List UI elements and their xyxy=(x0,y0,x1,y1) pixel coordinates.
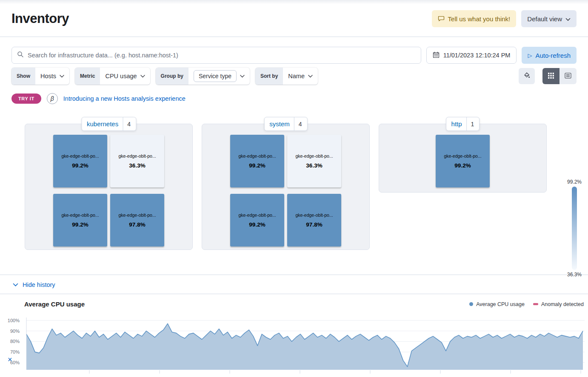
chip-divider xyxy=(123,117,123,130)
view-controls xyxy=(519,68,577,84)
table-view-button[interactable] xyxy=(559,68,577,84)
date-picker-button[interactable]: 11/01/2023 12:10:24 PM xyxy=(426,47,517,64)
waffle-map-area: kubernetes 4 gke-edge-oblt-po... 99.2% g… xyxy=(0,124,588,250)
view-selector-button[interactable]: Default view xyxy=(521,10,577,27)
history-bar: Hide history xyxy=(0,275,588,294)
host-metric-value: 36.3% xyxy=(129,162,145,169)
group-by-filter[interactable]: Group by Service type xyxy=(156,68,250,85)
group-chip-system[interactable]: system 4 xyxy=(264,117,307,131)
try-banner: TRY IT β Introducing a new Hosts analysi… xyxy=(11,93,577,105)
page-title: Inventory xyxy=(11,11,69,26)
host-tile[interactable]: gke-edge-oblt-po... 97.8% xyxy=(110,194,164,247)
host-name: gke-edge-oblt-po... xyxy=(444,153,481,159)
show-filter-label: Show xyxy=(11,68,35,85)
group-name: http xyxy=(451,120,462,128)
host-name: gke-edge-oblt-po... xyxy=(295,213,333,218)
sort-by-filter-value: Name xyxy=(288,73,305,79)
color-scale-legend: 99.2% 36.3% xyxy=(564,179,585,278)
host-metric-value: 99.2% xyxy=(249,221,265,228)
metric-filter-label: Metric xyxy=(75,68,100,85)
header-actions: Tell us what you think! Default view xyxy=(432,10,577,27)
history-chart-title: Average CPU usage xyxy=(24,300,85,308)
search-toolbar: 11/01/2023 12:10:24 PM ▷ Auto-refresh xyxy=(11,47,577,64)
group-name: kubernetes xyxy=(87,120,118,128)
chip-divider xyxy=(294,117,294,130)
play-icon: ▷ xyxy=(528,52,532,59)
grid-view-button[interactable] xyxy=(542,68,559,84)
host-name: gke-edge-oblt-po... xyxy=(61,153,99,159)
svg-text:80%: 80% xyxy=(10,339,20,344)
view-selector-label: Default view xyxy=(527,15,562,23)
color-fill-button[interactable] xyxy=(519,68,535,84)
page-header: Inventory Tell us what you think! Defaul… xyxy=(0,0,588,27)
legend-bar-icon xyxy=(533,303,538,305)
chart-legend: Average CPU usage Anomaly detected xyxy=(469,301,584,307)
hosts-analysis-link[interactable]: Introducing a new Hosts analysis experie… xyxy=(63,95,186,102)
legend-label: Anomaly detected xyxy=(541,301,584,307)
chip-divider xyxy=(466,117,467,130)
host-name: gke-edge-oblt-po... xyxy=(61,213,99,218)
sort-by-filter[interactable]: Sort by Name xyxy=(255,68,318,85)
group-panel: gke-edge-oblt-po... 99.2% gke-edge-oblt-… xyxy=(25,124,193,250)
history-chart: 100%90%80%70%60% × xyxy=(0,316,588,374)
groups-row: kubernetes 4 gke-edge-oblt-po... 99.2% g… xyxy=(25,124,588,250)
host-tile[interactable]: gke-edge-oblt-po... 99.2% xyxy=(436,135,490,187)
show-filter-value: Hosts xyxy=(40,73,56,79)
host-metric-value: 99.2% xyxy=(454,162,471,169)
host-name: gke-edge-oblt-po... xyxy=(118,213,156,218)
tile-grid: gke-edge-oblt-po... 99.2% gke-edge-oblt-… xyxy=(53,135,164,249)
table-view-icon xyxy=(565,73,571,80)
color-scale-bar xyxy=(572,187,577,270)
host-tile[interactable]: gke-edge-oblt-po... 36.3% xyxy=(110,135,164,187)
host-tile[interactable]: gke-edge-oblt-po... 99.2% xyxy=(53,194,107,247)
legend-item-anomaly[interactable]: Anomaly detected xyxy=(533,301,584,307)
speech-bubble-icon xyxy=(438,15,445,23)
try-it-badge: TRY IT xyxy=(11,94,41,104)
group-http: http 1 gke-edge-oblt-po... 99.2% xyxy=(379,124,547,193)
history-chart-header: Average CPU usage Average CPU usage Anom… xyxy=(24,300,584,308)
host-metric-value: 97.8% xyxy=(306,221,322,228)
search-icon xyxy=(17,51,24,60)
host-metric-value: 97.8% xyxy=(129,221,145,228)
host-tile[interactable]: gke-edge-oblt-po... 99.2% xyxy=(230,194,284,247)
svg-text:90%: 90% xyxy=(10,329,20,334)
metric-filter[interactable]: Metric CPU usage xyxy=(75,68,150,85)
host-tile[interactable]: gke-edge-oblt-po... 99.2% xyxy=(230,135,284,187)
group-count: 4 xyxy=(299,121,302,128)
chevron-down-icon xyxy=(308,75,313,78)
legend-dot-icon xyxy=(469,302,473,306)
filter-row: Show Hosts Metric CPU usage Group by Ser… xyxy=(11,68,577,85)
auto-refresh-label: Auto-refresh xyxy=(535,52,571,59)
chevron-down-icon xyxy=(140,75,145,78)
host-name: gke-edge-oblt-po... xyxy=(295,153,333,159)
host-metric-value: 99.2% xyxy=(249,162,265,169)
feedback-button[interactable]: Tell us what you think! xyxy=(432,10,517,27)
host-tile[interactable]: gke-edge-oblt-po... 97.8% xyxy=(287,194,341,247)
feedback-button-label: Tell us what you think! xyxy=(448,15,511,23)
search-input[interactable] xyxy=(28,52,416,59)
header-divider xyxy=(0,37,588,37)
chart-close-icon[interactable]: × xyxy=(8,356,12,363)
group-kubernetes: kubernetes 4 gke-edge-oblt-po... 99.2% g… xyxy=(25,124,193,250)
group-count: 1 xyxy=(471,121,474,128)
host-name: gke-edge-oblt-po... xyxy=(118,153,156,159)
legend-item-avg-cpu[interactable]: Average CPU usage xyxy=(469,301,525,307)
cpu-history-area-chart: 100%90%80%70%60% xyxy=(0,316,588,374)
host-tile[interactable]: gke-edge-oblt-po... 99.2% xyxy=(53,135,107,187)
svg-text:100%: 100% xyxy=(8,318,20,323)
sort-by-filter-label: Sort by xyxy=(255,68,283,85)
layout-switcher xyxy=(542,68,577,84)
auto-refresh-button[interactable]: ▷ Auto-refresh xyxy=(522,47,577,64)
host-metric-value: 99.2% xyxy=(72,162,88,169)
tile-grid: gke-edge-oblt-po... 99.2% gke-edge-oblt-… xyxy=(230,135,341,249)
group-chip-kubernetes[interactable]: kubernetes 4 xyxy=(81,117,136,131)
color-fill-icon xyxy=(523,72,531,80)
group-by-filter-value[interactable]: Service type xyxy=(194,70,237,82)
host-tile[interactable]: gke-edge-oblt-po... 36.3% xyxy=(287,135,341,187)
calendar-icon xyxy=(433,51,440,60)
date-picker-value: 11/01/2023 12:10:24 PM xyxy=(443,52,511,59)
hide-history-toggle[interactable]: Hide history xyxy=(13,281,55,288)
group-chip-http[interactable]: http 1 xyxy=(446,117,480,131)
host-metric-value: 36.3% xyxy=(306,162,322,169)
show-filter[interactable]: Show Hosts xyxy=(11,68,69,85)
